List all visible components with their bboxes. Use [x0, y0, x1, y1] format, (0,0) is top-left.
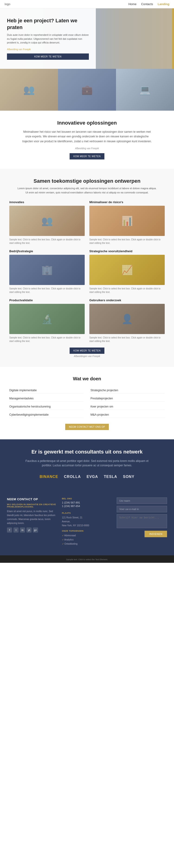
grid-image-3: 🏢	[9, 255, 85, 285]
footer-phone-1: 1 (234) 567-891	[62, 501, 112, 504]
hero-image-credit: Afbeelding van Freepik	[7, 48, 89, 51]
samen-grid-2: Bedrijfsstrategie 🏢 Sample text. Click t…	[9, 249, 165, 294]
footer-plaats-heading: PLAATS	[62, 512, 112, 514]
consultants-title: Er is gewerkt met consultants uit ons ne…	[9, 448, 165, 455]
footer-form-col: INDIENEN	[117, 497, 167, 546]
grid-item-text-5: Sample text. Click to select the text bo…	[9, 336, 85, 343]
wat-grid: Digitale implementatie Strategische proj…	[9, 387, 165, 418]
form-name-input[interactable]	[117, 497, 167, 504]
wat-item-3: Organisatorische herstructurering	[9, 404, 83, 410]
bottom-text: Sample text. Click to select the Text El…	[66, 558, 108, 561]
bottom-bar: Sample text. Click to select the Text El…	[0, 555, 174, 563]
brand-crolla: CROLLA	[64, 475, 81, 479]
footer-services-list: Adviesraad Analytics Ontwikkeling	[62, 533, 112, 546]
samen-section: Samen toekomstige oplossingen ontwerpen …	[0, 169, 174, 367]
grid-image-5: 🔬	[9, 304, 85, 334]
brand-tesla: TESLA	[104, 475, 117, 479]
samen-cta-button[interactable]: KOM MEER TE WETEN	[70, 347, 104, 354]
wat-contact-button[interactable]: NEEM CONTACT MET ONS OP	[65, 424, 109, 430]
grid-item-text-1: Sample text. Click to select the text bo…	[9, 238, 85, 245]
hero-content-overlay: Heb je een project? Laten we praten Duis…	[0, 8, 96, 69]
grid-item-strategisch: Strategische vooruitziendheid 📈 Sample t…	[89, 249, 165, 294]
images-row-item-1: 👥	[0, 69, 58, 111]
grid-item-productvalidatie: Productvalidatie 🔬 Sample text. Click to…	[9, 299, 85, 343]
grid-item-title-5: Productvalidatie	[9, 299, 85, 302]
grid-item-risicos: Minimaliseer de risico's 📊 Sample text. …	[89, 200, 165, 245]
samen-title: Samen toekomstige oplossingen ontwerpen	[9, 178, 165, 184]
social-icon-linkedin[interactable]: in	[20, 527, 25, 533]
hero-cta-button[interactable]: KOM MEER TE WETEN	[7, 54, 89, 60]
form-submit-button[interactable]: INDIENEN	[144, 531, 167, 537]
grid-item-innovaties: innovaties 👥 Sample text. Click to selec…	[9, 200, 85, 245]
grid-item-text-3: Sample text. Click to select the text bo…	[9, 287, 85, 294]
grid-image-6: 👤	[89, 304, 165, 334]
footer-social-links: f t in yt g+	[7, 527, 57, 533]
nav-home[interactable]: Home	[128, 2, 136, 6]
images-row: 👥 💼 💻	[0, 69, 174, 111]
images-row-item-2: 💼	[58, 69, 116, 111]
wat-item-8: M&A-projecten	[91, 412, 165, 418]
footer-info-col: BEL ONS 1 (234) 567-891 1 (234) 987-654 …	[62, 497, 112, 546]
grid-image-2: 📊	[89, 206, 165, 236]
nav-landing[interactable]: Landing	[158, 2, 169, 6]
image-people-3: 💻	[116, 69, 174, 111]
samen-grid-3: Productvalidatie 🔬 Sample text. Click to…	[9, 299, 165, 343]
wat-we-doen-section: Wat we doen Digitale implementatie Strat…	[0, 367, 174, 439]
main-nav: Home Contacts Landing	[128, 2, 169, 6]
footer-address: 121 Rock Street, 21Avenue,New York, NY 1…	[62, 516, 112, 527]
footer-services-heading: ONZE TOPDIENSEN	[62, 530, 112, 532]
grid-item-text-4: Sample text. Click to select the text bo…	[89, 287, 165, 294]
innovatieve-title: Innovatieve oplossingen	[14, 120, 160, 126]
hero-accent-bar	[172, 8, 174, 69]
form-message-textarea[interactable]	[117, 514, 167, 528]
footer-contact-subheading: WIJ GELOVEN IN INNOVATIE EN CREATIEVE PR…	[7, 503, 57, 508]
samen-text: Lorem ipsum dolor sit amet, consectetur …	[18, 186, 156, 194]
wat-item-2: Managementadvies	[9, 395, 83, 402]
service-item-1: Adviesraad	[62, 533, 112, 538]
hero-title: Heb je een project? Laten we praten	[7, 18, 89, 31]
wat-title: Wat we doen	[9, 376, 165, 381]
image-people-1: 👥	[0, 69, 58, 111]
image-people-2: 💼	[58, 69, 116, 111]
grid-image-4: 📈	[89, 255, 165, 285]
wat-item-7: Keer projecten om	[91, 404, 165, 410]
footer-contact-heading: Neem contact op	[7, 497, 57, 501]
form-email-input[interactable]	[117, 506, 167, 512]
social-icon-youtube[interactable]: yt	[27, 527, 32, 533]
grid-item-title-1: innovaties	[9, 200, 85, 204]
grid-item-title-3: Bedrijfsstrategie	[9, 249, 85, 253]
footer-phone-2: 1 (234) 987-654	[62, 505, 112, 507]
images-row-item-3: 💻	[116, 69, 174, 111]
brands-row: BINANCE CROLLA EVGA TESLA SONY	[9, 475, 165, 479]
footer-section: Neem contact op WIJ GELOVEN IN INNOVATIE…	[0, 488, 174, 555]
hero-background-image: Heb je een project? Laten we praten Duis…	[0, 8, 174, 69]
grid-item-text-2: Sample text. Click to select the text bo…	[89, 238, 165, 245]
samen-button-area: KOM MEER TE WETEN	[9, 347, 165, 354]
consultants-section: Er is gewerkt met consultants uit ons ne…	[0, 439, 174, 488]
grid-item-bedrijfsstrategie: Bedrijfsstrategie 🏢 Sample text. Click t…	[9, 249, 85, 294]
grid-item-gebruikers: Gebruikers onderzoek 👤 Sample text. Clic…	[89, 299, 165, 343]
wat-button-area: NEEM CONTACT MET ONS OP	[9, 424, 165, 430]
footer-contact-text: Etiam sit amet nisl purus, in mollis nun…	[7, 509, 57, 525]
grid-item-title-2: Minimaliseer de risico's	[89, 200, 165, 204]
footer-bel-heading: BEL ONS	[62, 497, 112, 500]
service-item-3: Ontwikkeling	[62, 542, 112, 546]
grid-item-title-6: Gebruikers onderzoek	[89, 299, 165, 302]
footer-contact-col: Neem contact op WIJ GELOVEN IN INNOVATIE…	[7, 497, 57, 546]
consultants-text: Faucibus a pellentesque sit amet porttit…	[22, 459, 152, 468]
grid-item-text-6: Sample text. Click to select the text bo…	[89, 336, 165, 343]
innovatieve-section: Innovatieve oplossingen Minimaliseer het…	[0, 111, 174, 169]
samen-grid: innovaties 👥 Sample text. Click to selec…	[9, 200, 165, 245]
grid-image-1: 👥	[9, 206, 85, 236]
innovatieve-cta-button[interactable]: KOM MEER TE WETEN	[70, 153, 104, 159]
social-icon-facebook[interactable]: f	[7, 527, 12, 533]
social-icon-google[interactable]: g+	[33, 527, 38, 533]
social-icon-twitter[interactable]: t	[13, 527, 19, 533]
header: logo Home Contacts Landing	[0, 0, 174, 8]
service-item-2: Analytics	[62, 538, 112, 542]
nav-contacts[interactable]: Contacts	[141, 2, 153, 6]
grid-item-title-4: Strategische vooruitziendheid	[89, 249, 165, 253]
hero-description: Duis aute irure dolor in reprehenderit i…	[7, 33, 89, 44]
brand-sony: SONY	[123, 475, 134, 479]
wat-item-4: Cyberbeveiligingsimplementatie	[9, 412, 83, 418]
